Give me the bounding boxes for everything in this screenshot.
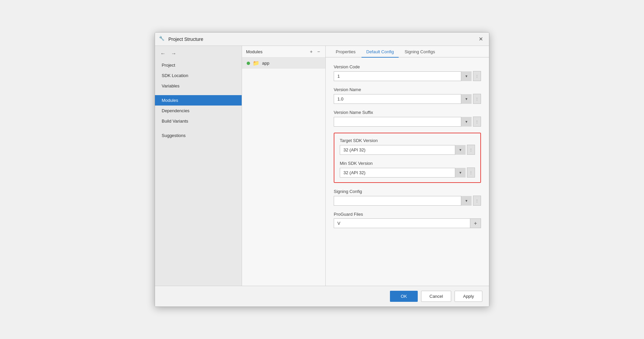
min-sdk-select-wrapper: 32 (API 32) ▼ [340,168,466,178]
sidebar-item-project[interactable]: Project [155,60,242,70]
version-code-select[interactable]: 1 [334,71,472,81]
target-sdk-group: Target SDK Version 32 (API 32) ▼ ⋮ [340,138,475,155]
signing-config-label: Signing Config [334,189,481,194]
version-name-suffix-select-wrapper: ▼ [334,117,472,127]
version-code-row: 1 ▼ ⋮ [334,71,481,81]
version-name-suffix-side-btn[interactable]: ⋮ [473,117,481,127]
sdk-highlight-box: Target SDK Version 32 (API 32) ▼ ⋮ [334,133,481,183]
sidebar-item-dependencies[interactable]: Dependencies [155,106,242,116]
proguard-files-row: + [334,218,481,228]
min-sdk-label: Min SDK Version [340,161,475,166]
tab-signing-configs[interactable]: Signing Configs [400,46,440,58]
project-structure-dialog: 🔧 Project Structure ✕ ← → Project SDK Lo… [155,32,489,307]
tabs-bar: Properties Default Config Signing Config… [326,46,489,58]
dialog-title: Project Structure [168,37,477,42]
dialog-footer: OK Cancel Apply [155,286,489,307]
target-sdk-label: Target SDK Version [340,138,475,143]
tab-default-config[interactable]: Default Config [361,46,398,58]
min-sdk-group: Min SDK Version 32 (API 32) ▼ ⋮ [340,161,475,178]
cancel-button[interactable]: Cancel [421,291,451,302]
version-name-row: 1.0 ▼ ⋮ [334,94,481,104]
version-name-side-btn[interactable]: ⋮ [473,94,481,104]
target-sdk-select-wrapper: 32 (API 32) ▼ [340,145,466,155]
sidebar-item-build-variants[interactable]: Build Variants [155,116,242,126]
main-panel: Properties Default Config Signing Config… [326,46,489,286]
dialog-body: ← → Project SDK Location Variables Modul… [155,46,489,286]
proguard-files-group: ProGuard Files + [334,212,481,228]
sidebar-item-modules[interactable]: Modules [155,95,242,106]
module-status-dot [247,62,250,65]
version-name-label: Version Name [334,87,481,92]
signing-config-side-btn[interactable]: ⋮ [473,196,481,206]
close-button[interactable]: ✕ [477,35,485,43]
min-sdk-side-btn[interactable]: ⋮ [467,167,475,178]
tab-properties[interactable]: Properties [331,46,360,58]
modules-toolbar: + − [309,49,321,55]
sidebar-item-sdk-location[interactable]: SDK Location [155,70,242,81]
module-item-app[interactable]: 📁 app [242,58,325,69]
target-sdk-side-btn[interactable]: ⋮ [467,145,475,155]
module-name: app [262,61,269,66]
form-area: Version Code 1 ▼ ⋮ Version Name [326,58,489,286]
version-name-suffix-group: Version Name Suffix ▼ ⋮ [334,110,481,127]
version-name-select[interactable]: 1.0 [334,94,472,104]
min-sdk-select[interactable]: 32 (API 32) [340,168,466,178]
version-name-select-wrapper: 1.0 ▼ [334,94,472,104]
version-name-suffix-select[interactable] [334,117,472,127]
signing-config-row: ▼ ⋮ [334,196,481,206]
apply-button[interactable]: Apply [455,291,482,302]
version-code-label: Version Code [334,64,481,69]
proguard-add-button[interactable]: + [470,218,481,228]
signing-config-group: Signing Config ▼ ⋮ [334,189,481,206]
version-name-suffix-label: Version Name Suffix [334,110,481,115]
signing-config-select[interactable] [334,196,472,206]
modules-panel: Modules + − 📁 app [242,46,326,286]
module-folder-icon: 📁 [253,60,259,66]
dialog-icon: 🔧 [159,36,166,43]
forward-button[interactable]: → [170,50,178,57]
proguard-files-input[interactable] [334,218,470,228]
target-sdk-row: 32 (API 32) ▼ ⋮ [340,145,475,155]
ok-button[interactable]: OK [390,291,418,302]
modules-title: Modules [246,49,262,54]
add-module-button[interactable]: + [309,49,314,55]
version-name-group: Version Name 1.0 ▼ ⋮ [334,87,481,104]
remove-module-button[interactable]: − [316,49,321,55]
proguard-files-label: ProGuard Files [334,212,481,217]
nav-controls: ← → [155,49,242,60]
title-bar: 🔧 Project Structure ✕ [155,32,489,46]
modules-header: Modules + − [242,46,325,58]
sidebar: ← → Project SDK Location Variables Modul… [155,46,242,286]
target-sdk-select[interactable]: 32 (API 32) [340,145,466,155]
version-code-select-wrapper: 1 ▼ [334,71,472,81]
min-sdk-row: 32 (API 32) ▼ ⋮ [340,167,475,178]
signing-config-select-wrapper: ▼ [334,196,472,206]
version-code-group: Version Code 1 ▼ ⋮ [334,64,481,81]
version-code-side-btn[interactable]: ⋮ [473,71,481,81]
sidebar-item-variables[interactable]: Variables [155,81,242,91]
version-name-suffix-row: ▼ ⋮ [334,117,481,127]
back-button[interactable]: ← [159,50,167,57]
sidebar-item-suggestions[interactable]: Suggestions [155,130,242,141]
